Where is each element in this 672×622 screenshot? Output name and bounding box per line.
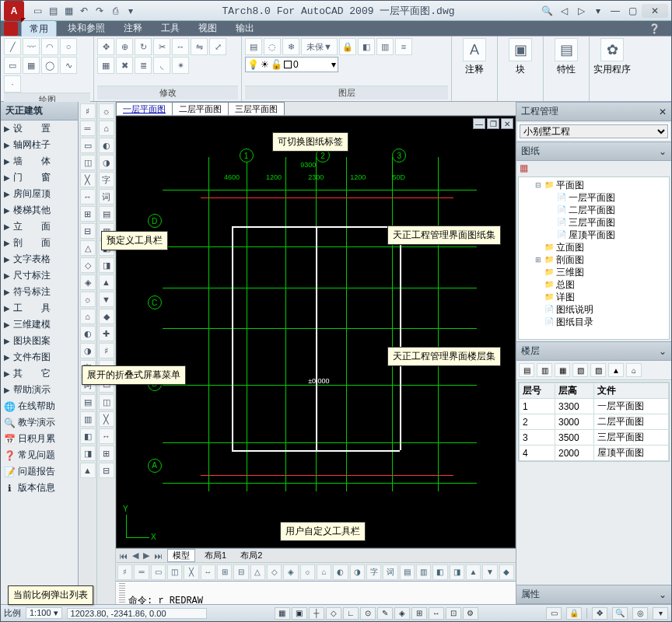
maximize-icon[interactable]: ▢ (625, 4, 640, 18)
hatch-icon[interactable]: ▦ (23, 57, 40, 74)
vtool-icon[interactable]: ☼ (99, 103, 114, 119)
user-tool-icon[interactable]: ▭ (151, 564, 166, 580)
user-tool-icon[interactable]: ◧ (432, 564, 447, 580)
vtool-icon[interactable]: ⊞ (99, 446, 114, 461)
qat-undo-icon[interactable]: ↶ (77, 4, 91, 18)
layout-first-icon[interactable]: ⏮ (119, 551, 128, 561)
palette-item[interactable]: ▶尺寸标注 (1, 267, 78, 284)
status-toggle-icon[interactable]: ┼ (309, 607, 324, 620)
vtool-icon[interactable]: ▥ (80, 411, 96, 427)
vtool-icon[interactable]: ◑ (80, 343, 96, 358)
user-tool-icon[interactable]: ♯ (117, 564, 132, 580)
vtool-icon[interactable]: ↔ (80, 189, 96, 204)
qat-print-icon[interactable]: ⎙ (108, 4, 122, 18)
status-toggle-icon[interactable]: ◈ (394, 607, 410, 620)
vtool-icon[interactable]: ◇ (80, 257, 96, 273)
vtool-icon[interactable]: ☼ (80, 292, 96, 307)
move-icon[interactable]: ✥ (97, 38, 114, 55)
user-tool-icon[interactable]: ↔ (201, 564, 215, 580)
erase-icon[interactable]: ✖ (116, 57, 133, 74)
user-tool-icon[interactable]: ◇ (267, 564, 282, 580)
utilities-big-button[interactable]: ✿ 实用程序 (593, 38, 632, 76)
storey-section-title[interactable]: 楼层⌄ (516, 341, 671, 361)
drawing-canvas[interactable]: — ❐ ✕ 123DCBA460012002300120050D9300±0.0… (116, 116, 516, 548)
status-toggle-icon[interactable]: ⊞ (411, 607, 427, 620)
tree-node[interactable]: 📄屋顶平面图 (520, 229, 667, 241)
palette-item[interactable]: ▶剖 面 (1, 235, 78, 251)
palette-help-item[interactable]: 🌐在线帮助 (1, 398, 78, 414)
storey-table[interactable]: 层号层高文件 13300一层平面图23000二层平面图33500三层平面图420… (518, 382, 670, 462)
pm-title[interactable]: 工程管理✕ (516, 102, 671, 121)
storey-tool-icon[interactable]: ▥ (537, 363, 552, 377)
status-toggle-icon[interactable]: ⊡ (446, 607, 461, 620)
sheets-toolbar-icon[interactable]: ▦ (520, 162, 528, 173)
model-tab[interactable]: 模型 (167, 549, 195, 562)
user-tool-icon[interactable]: ◆ (499, 564, 514, 580)
vtool-icon[interactable]: 字 (99, 172, 114, 187)
vtool-icon[interactable]: ⌂ (99, 121, 114, 136)
palette-item[interactable]: ▶文件布图 (1, 349, 78, 365)
sb-model-icon[interactable]: ▭ (546, 607, 562, 620)
spline-icon[interactable]: ∿ (60, 57, 77, 74)
user-tool-icon[interactable]: ☼ (300, 564, 315, 580)
app-logo[interactable]: A (4, 1, 24, 21)
vtool-icon[interactable]: ⊟ (80, 223, 96, 239)
status-toggle-icon[interactable]: ⊙ (360, 607, 376, 620)
tree-node[interactable]: 📁立面图 (520, 241, 667, 253)
scale-icon[interactable]: ⤢ (209, 38, 226, 55)
palette-item[interactable]: ▶文字表格 (1, 251, 78, 267)
tree-node[interactable]: 📁总图 (520, 278, 667, 291)
sb-pan-icon[interactable]: ✥ (592, 607, 607, 620)
palette-help-item[interactable]: 📅日积月累 (1, 431, 78, 447)
command-line[interactable]: 命令: r REDRAW (116, 581, 516, 604)
storey-tool-icon[interactable]: ▲ (608, 363, 624, 377)
search-icon[interactable]: 🔍 (539, 4, 555, 18)
layout-prev-icon[interactable]: ◀ (132, 550, 138, 561)
user-tool-icon[interactable]: ⌂ (317, 564, 331, 580)
linetype-combo[interactable]: 未保▼ (301, 38, 338, 55)
user-tool-icon[interactable]: ╳ (184, 564, 198, 580)
tree-twisty-icon[interactable]: ⊞ (534, 253, 542, 266)
vtool-icon[interactable]: ◐ (80, 326, 96, 341)
palette-item[interactable]: ▶轴网柱子 (1, 137, 78, 153)
sb-showmenu-icon[interactable]: ▾ (653, 607, 668, 620)
rect-icon[interactable]: ▭ (4, 57, 21, 74)
arc-icon[interactable]: ◠ (41, 38, 58, 55)
vtool-icon[interactable]: ◨ (80, 446, 96, 461)
palette-item[interactable]: ▶立 面 (1, 218, 78, 235)
user-tool-icon[interactable]: ▲ (466, 564, 481, 580)
tree-twisty-icon[interactable]: ⊟ (534, 179, 542, 191)
user-tool-icon[interactable]: ◨ (450, 564, 464, 580)
vtool-icon[interactable]: ═ (80, 121, 96, 136)
palette-item[interactable]: ▶三维建模 (1, 316, 78, 333)
user-tool-icon[interactable]: △ (250, 564, 265, 580)
vtool-icon[interactable]: ▲ (80, 463, 96, 478)
ribbon-tab-blocks[interactable]: 块和参照 (60, 20, 113, 37)
user-tool-icon[interactable]: ▤ (400, 564, 415, 580)
palette-item[interactable]: ▶设 置 (1, 121, 78, 137)
point-icon[interactable]: · (4, 75, 21, 93)
storey-tool-icon[interactable]: ⌂ (626, 363, 642, 377)
qat-redo-icon[interactable]: ↷ (93, 4, 107, 18)
tree-node[interactable]: ⊟📁平面图 (520, 179, 667, 191)
layer-props-icon[interactable]: ▤ (245, 38, 262, 55)
vtool-icon[interactable]: ◑ (99, 155, 114, 170)
qat-save-icon[interactable]: ▦ (61, 4, 75, 18)
vtool-icon[interactable]: ╳ (99, 411, 114, 427)
qat-new-icon[interactable]: ▭ (30, 4, 44, 18)
storey-tool-icon[interactable]: ▧ (572, 363, 588, 377)
tree-node[interactable]: 📄一层平面图 (520, 191, 667, 204)
user-tool-icon[interactable]: ◈ (283, 564, 298, 580)
sheets-section-title[interactable]: 图纸⌄ (516, 142, 671, 161)
user-tool-icon[interactable]: ⊟ (233, 564, 248, 580)
layer-lock-icon[interactable]: 🔒 (339, 38, 356, 55)
vtool-icon[interactable]: ╳ (80, 172, 96, 187)
storey-row[interactable]: 13300一层平面图 (520, 399, 669, 414)
vtool-icon[interactable]: ⌂ (80, 309, 96, 324)
vtool-icon[interactable]: ▭ (80, 138, 96, 153)
tree-node[interactable]: 📄图纸目录 (520, 316, 667, 328)
polyline-icon[interactable]: 〰 (23, 38, 40, 55)
palette-item[interactable]: ▶图块图案 (1, 333, 78, 349)
tree-node[interactable]: 📁三维图 (520, 266, 667, 278)
annotate-big-button[interactable]: A 注释 (455, 38, 494, 76)
